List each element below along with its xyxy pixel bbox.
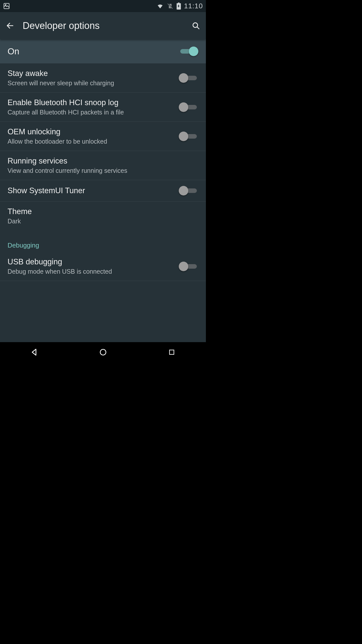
oem-unlocking-sub: Allow the bootloader to be unlocked [8, 138, 107, 145]
stay-awake-toggle[interactable] [179, 73, 198, 83]
no-sim-icon [167, 3, 173, 9]
oem-unlocking-row[interactable]: OEM unlocking Allow the bootloader to be… [0, 122, 206, 151]
stay-awake-title: Stay awake [8, 69, 114, 78]
nav-back-icon [30, 348, 39, 357]
theme-row[interactable]: Theme Dark [0, 202, 206, 230]
battery-charging-icon [176, 3, 181, 10]
settings-list[interactable]: Stay awake Screen will never sleep while… [0, 63, 206, 342]
usb-debugging-toggle[interactable] [179, 261, 198, 271]
usb-debugging-title: USB debugging [8, 257, 112, 266]
theme-sub: Dark [8, 218, 32, 225]
wifi-icon [156, 3, 164, 9]
section-debugging: Debugging [0, 230, 206, 252]
svg-line-4 [197, 27, 199, 29]
systemui-tuner-title: Show SystemUI Tuner [8, 186, 85, 195]
master-switch-label: On [8, 46, 19, 56]
search-button[interactable] [191, 21, 201, 31]
usb-debugging-row[interactable]: USB debugging Debug mode when USB is con… [0, 252, 206, 281]
svg-point-5 [100, 349, 106, 355]
hci-snoop-row[interactable]: Enable Bluetooth HCI snoop log Capture a… [0, 93, 206, 122]
arrow-left-icon [6, 21, 14, 30]
nav-recent-icon [168, 348, 175, 356]
master-switch-toggle[interactable] [179, 46, 198, 56]
device-frame: 11:10 Developer options On Stay awake Sc… [0, 0, 206, 362]
page-title: Developer options [23, 20, 191, 31]
nav-recent-button[interactable] [162, 346, 182, 358]
hci-snoop-sub: Capture all Bluetooth HCI packets in a f… [8, 109, 124, 116]
systemui-tuner-toggle[interactable] [179, 186, 198, 196]
status-clock: 11:10 [184, 2, 203, 10]
nav-home-icon [99, 348, 107, 356]
search-icon [192, 21, 200, 30]
usb-debugging-sub: Debug mode when USB is connected [8, 268, 112, 275]
hci-snoop-title: Enable Bluetooth HCI snoop log [8, 98, 124, 107]
nav-bar [0, 342, 206, 362]
app-bar: Developer options [0, 12, 206, 39]
oem-unlocking-toggle[interactable] [179, 131, 198, 141]
running-services-title: Running services [8, 156, 127, 166]
svg-rect-6 [169, 350, 174, 354]
stay-awake-sub: Screen will never sleep while charging [8, 79, 114, 87]
nav-back-button[interactable] [24, 346, 44, 358]
status-bar: 11:10 [0, 0, 206, 12]
running-services-row[interactable]: Running services View and control curren… [0, 151, 206, 180]
theme-title: Theme [8, 207, 32, 216]
master-switch-row[interactable]: On [0, 39, 206, 63]
nav-home-button[interactable] [93, 346, 113, 358]
svg-point-1 [5, 5, 6, 5]
running-services-sub: View and control currently running servi… [8, 167, 127, 174]
hci-snoop-toggle[interactable] [179, 102, 198, 112]
back-button[interactable] [5, 21, 15, 31]
oem-unlocking-title: OEM unlocking [8, 127, 107, 136]
stay-awake-row[interactable]: Stay awake Screen will never sleep while… [0, 63, 206, 93]
systemui-tuner-row[interactable]: Show SystemUI Tuner [0, 180, 206, 202]
screenshot-icon [3, 3, 10, 10]
